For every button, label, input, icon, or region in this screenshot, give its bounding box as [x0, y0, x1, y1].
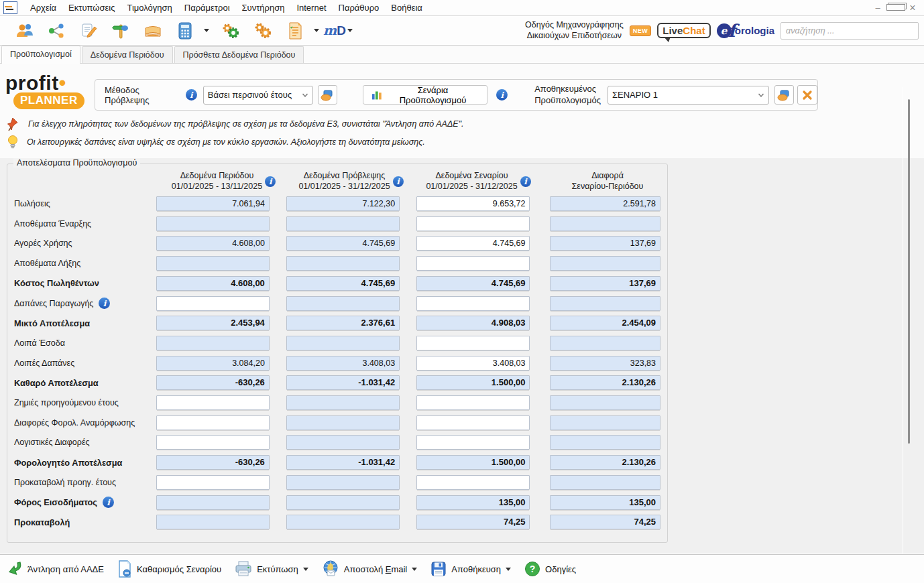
checklist-button[interactable]: [279, 19, 311, 42]
gears-orange-button[interactable]: [247, 19, 279, 42]
chevron-down-icon: [302, 92, 308, 99]
livechat-logo[interactable]: LiveChat: [657, 23, 710, 38]
value-cell[interactable]: [416, 336, 530, 350]
note-1: Για έλεγχο πληρότητας των δεδομένων της …: [7, 117, 811, 131]
row-info-icon[interactable]: i: [99, 298, 110, 309]
method-select[interactable]: Βάσει περσινού έτους: [203, 86, 313, 105]
scenarios-button[interactable]: Σενάρια Προϋπολογισμού: [363, 85, 487, 105]
menu-item-Internet[interactable]: Internet: [290, 1, 332, 15]
note-text: Για έλεγχο πληρότητας των δεδομένων της …: [28, 119, 464, 129]
row-label: Προκαταβολή προηγ. έτους: [14, 478, 156, 487]
row-info-icon[interactable]: i: [103, 497, 114, 508]
help-button[interactable]: ?Οδηγίες: [524, 561, 576, 577]
menu-item-Εκτυπώσεις[interactable]: Εκτυπώσεις: [62, 1, 121, 15]
fetch-aade-button[interactable]: Άντληση από ΑΑΔΕ: [5, 560, 104, 578]
value-cell[interactable]: 4.745,69: [416, 236, 530, 251]
value-cell[interactable]: [156, 296, 270, 311]
value-cell[interactable]: [416, 256, 530, 271]
value-cell[interactable]: [416, 395, 530, 410]
value-cell[interactable]: 3.408,03: [416, 356, 530, 371]
close-button[interactable]: ×: [904, 2, 921, 14]
book-button[interactable]: [137, 19, 169, 42]
menu-item-Βοήθεια[interactable]: Βοήθεια: [385, 1, 428, 15]
scenarios-info-icon[interactable]: i: [496, 89, 508, 101]
value-cell: [156, 495, 270, 510]
tab-Δεδομένα Περιόδου[interactable]: Δεδομένα Περιόδου: [82, 46, 173, 64]
send-email-button[interactable]: Αποστολή Email: [322, 560, 418, 578]
menu-item-Αρχεία[interactable]: Αρχεία: [24, 1, 62, 15]
column-info-icon[interactable]: i: [265, 176, 276, 187]
dropdown-arrow-icon[interactable]: [314, 29, 319, 32]
share-button[interactable]: [40, 19, 72, 42]
note-2: Οι λειτουργικές δαπάνες είναι υψηλές σε …: [7, 135, 811, 149]
restore-button[interactable]: [886, 3, 904, 13]
menu-item-Τιμολόγηση[interactable]: Τιμολόγηση: [121, 1, 178, 15]
vertical-scrollbar-track[interactable]: [903, 87, 903, 554]
row-label: Αποθέματα Έναρξης: [14, 219, 156, 229]
row-label: Αποθέματα Λήξης: [14, 259, 156, 268]
table-row: Προκαταβολή προηγ. έτους: [14, 475, 660, 490]
row-label-text: Ζημιές προηγούμενου έτους: [14, 398, 119, 407]
dropdown-arrow-icon[interactable]: [412, 568, 417, 571]
users-icon: [15, 22, 34, 40]
value-cell[interactable]: [416, 435, 530, 450]
row-label-text: Πωλήσεις: [14, 199, 50, 208]
eforologia-logo[interactable]: eforologia: [717, 23, 774, 38]
value-cell[interactable]: [156, 395, 270, 410]
menu-item-Παράθυρο[interactable]: Παράθυρο: [333, 1, 386, 15]
save-button[interactable]: Αποθήκευση: [430, 561, 511, 577]
tab-Προϋπολογισμοί[interactable]: Προϋπολογισμοί: [1, 46, 80, 64]
minimize-button[interactable]: –: [869, 3, 886, 13]
search-input[interactable]: [781, 22, 919, 40]
doc-edit-button[interactable]: [72, 19, 105, 42]
dropdown-arrow-icon[interactable]: [303, 568, 308, 571]
save-scenario-button[interactable]: [774, 85, 795, 105]
value-cell: 1.500,00: [416, 455, 530, 470]
value-cell[interactable]: [156, 475, 270, 490]
value-cell[interactable]: [416, 216, 530, 231]
value-cell[interactable]: 9.653,72: [416, 196, 530, 211]
print-button[interactable]: Εκτύπωση: [235, 561, 308, 577]
button-label: Καθαρισμός Σεναρίου: [137, 564, 221, 574]
table-row: Μικτό Αποτέλεσμα2.453,942.376,614.908,03…: [14, 316, 660, 330]
value-cell: 4.608,00: [156, 276, 270, 291]
table-row: Φόρος Εισοδήματοςi135,00135,00: [14, 495, 660, 510]
signpost-button[interactable]: [105, 19, 137, 42]
menu-item-Παράμετροι[interactable]: Παράμετροι: [178, 1, 236, 15]
value-cell[interactable]: [416, 475, 530, 490]
value-cell: [156, 515, 270, 529]
calculator-button[interactable]: [169, 19, 201, 42]
apply-method-button[interactable]: [318, 85, 338, 105]
users-button[interactable]: [8, 19, 40, 42]
saved-budget-select[interactable]: ΣΕΝΑΡΙΟ 1: [608, 86, 769, 105]
row-label-text: Λοιπές Δαπάνες: [14, 359, 74, 368]
menu-item-Συντήρηση[interactable]: Συντήρηση: [236, 1, 291, 15]
md-button[interactable]: mD: [325, 19, 345, 42]
column-info-icon[interactable]: i: [520, 176, 531, 187]
clear-scenario-button[interactable]: Καθαρισμός Σεναρίου: [117, 560, 221, 578]
profit-planner-logo: profit• PLANNER: [5, 74, 93, 109]
value-cell: [286, 415, 400, 430]
toolbar-right: Οδηγός ΜηχανογράφησηςΔικαιούχων Επιδοτήσ…: [525, 20, 919, 41]
value-cell[interactable]: [416, 415, 530, 430]
delete-scenario-button[interactable]: [797, 85, 817, 105]
dropdown-arrow-icon[interactable]: [204, 29, 209, 32]
value-cell: [550, 256, 660, 271]
column-info-icon[interactable]: i: [393, 176, 404, 187]
value-cell: 1.500,00: [416, 375, 530, 390]
value-cell[interactable]: [156, 435, 270, 450]
dropdown-arrow-icon[interactable]: [347, 29, 353, 32]
value-cell: [550, 475, 660, 490]
subsidy-guide-link[interactable]: Οδηγός ΜηχανογράφησηςΔικαιούχων Επιδοτήσ…: [525, 20, 624, 41]
row-label: Φόρος Εισοδήματοςi: [14, 497, 156, 508]
row-label: Μικτό Αποτέλεσμα: [14, 318, 156, 328]
tab-Πρόσθετα Δεδομένα Περιόδου[interactable]: Πρόσθετα Δεδομένα Περιόδου: [174, 46, 304, 64]
value-cell: -1.031,42: [286, 455, 400, 470]
dropdown-arrow-icon[interactable]: [506, 568, 511, 571]
value-cell[interactable]: [156, 415, 270, 430]
method-info-icon[interactable]: i: [186, 89, 197, 101]
new-badge: NEW: [630, 25, 652, 36]
value-cell[interactable]: [416, 296, 530, 311]
vertical-scrollbar-thumb[interactable]: [908, 99, 910, 444]
gears-green-button[interactable]: [215, 19, 247, 42]
